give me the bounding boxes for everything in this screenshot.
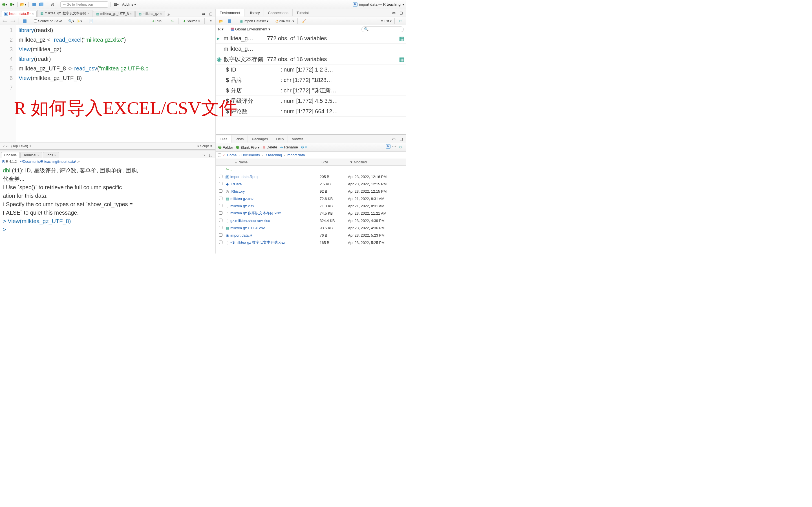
outline-icon[interactable]: ≡ bbox=[207, 18, 214, 24]
goto-search[interactable]: ↪ Go to file/function bbox=[60, 1, 108, 8]
wand-icon[interactable]: ✨▾ bbox=[76, 18, 82, 24]
env-variable-row[interactable]: milktea_g… bbox=[216, 44, 406, 54]
env-variable-row[interactable]: ◉数字以文本存储772 obs. of 16 variables▦ bbox=[216, 54, 406, 64]
file-checkbox[interactable] bbox=[219, 233, 222, 237]
breadcrumb-item[interactable]: Home bbox=[227, 153, 237, 157]
refresh-icon[interactable]: ⟳ bbox=[398, 144, 404, 151]
rerun-icon[interactable]: ↪ bbox=[169, 18, 175, 24]
col-name[interactable]: Name bbox=[239, 160, 248, 164]
list-view-toggle[interactable]: ≡ List ▾ bbox=[381, 19, 392, 23]
maximize-icon[interactable]: ▢ bbox=[398, 136, 404, 142]
back-icon[interactable]: ⟵ bbox=[2, 18, 8, 24]
file-checkbox[interactable] bbox=[219, 240, 222, 244]
select-all-checkbox[interactable] bbox=[218, 154, 221, 157]
wd-arrow-icon[interactable]: ⇗ bbox=[77, 160, 80, 164]
minimize-icon[interactable]: ▭ bbox=[391, 136, 397, 142]
source-tab[interactable]: ▦ milktea_gz × bbox=[135, 11, 165, 17]
rename-button[interactable]: ➜ Rename bbox=[280, 145, 298, 149]
file-row[interactable]: ◆.RData2.5 KBApr 23, 2022, 12:15 PM bbox=[216, 180, 406, 187]
report-icon[interactable]: 📄 bbox=[88, 18, 94, 24]
print-icon[interactable]: 🖨 bbox=[49, 1, 56, 8]
console-tab[interactable]: Jobs × bbox=[43, 152, 59, 158]
memory-gauge[interactable]: ◔204 MiB ▾ bbox=[275, 19, 294, 23]
env-variable-row[interactable]: ▸milktea_g…772 obs. of 16 variables▦ bbox=[216, 33, 406, 44]
new-file-icon[interactable]: ⊕▾ bbox=[2, 1, 8, 8]
maximize-icon[interactable]: ▢ bbox=[207, 152, 214, 158]
env-tab[interactable]: Environment bbox=[216, 9, 245, 17]
broom-icon[interactable]: 🧹 bbox=[301, 18, 307, 24]
file-row[interactable]: ▦milktea gz UTF-8.csv93.5 KBApr 23, 2022… bbox=[216, 224, 406, 231]
grid-icon[interactable]: ▦▾ bbox=[113, 1, 119, 8]
file-row[interactable]: ▯~$milktea gz 数字以文本存储.xlsx165 BApr 23, 2… bbox=[216, 239, 406, 246]
file-checkbox[interactable] bbox=[219, 196, 222, 200]
rproj-icon[interactable]: R bbox=[386, 144, 391, 149]
minimize-icon[interactable]: ▭ bbox=[391, 10, 397, 16]
file-row[interactable]: ▯milktea gz 数字以文本存储.xlsx74.5 KBApr 23, 2… bbox=[216, 210, 406, 217]
blank-file-button[interactable]: ⊕ Blank File ▾ bbox=[236, 145, 259, 150]
find-icon[interactable]: 🔍▾ bbox=[68, 18, 74, 24]
file-checkbox[interactable] bbox=[219, 226, 222, 229]
files-more-icon[interactable]: ⋯ bbox=[392, 144, 396, 151]
new-folder-button[interactable]: ⊕ Folder bbox=[218, 145, 233, 150]
source-tab[interactable]: ▦ milktea_gz_UTF_8 × bbox=[93, 11, 135, 17]
console-tab[interactable]: Terminal × bbox=[20, 152, 42, 158]
file-checkbox[interactable] bbox=[219, 204, 222, 207]
file-checkbox[interactable] bbox=[219, 189, 222, 193]
source-tab[interactable]: R import data.R* × bbox=[1, 11, 37, 17]
breadcrumb-item[interactable]: Documents bbox=[241, 153, 260, 157]
file-row[interactable]: ▯milktea gz.xlsx71.3 KBApr 21, 2022, 8:3… bbox=[216, 202, 406, 210]
files-tab[interactable]: Viewer bbox=[288, 135, 307, 143]
col-size[interactable]: Size bbox=[321, 160, 350, 164]
file-row[interactable]: ◷.Rhistory92 BApr 23, 2022, 12:15 PM bbox=[216, 187, 406, 195]
breadcrumb-item[interactable]: import data bbox=[287, 153, 305, 157]
file-row[interactable]: ▦milktea gz.csv72.6 KBApr 21, 2022, 8:31… bbox=[216, 195, 406, 202]
run-button[interactable]: ➔Run bbox=[150, 18, 163, 24]
minimize-icon[interactable]: ▭ bbox=[200, 152, 206, 158]
file-row[interactable]: Rimport data.Rproj205 BApr 23, 2022, 12:… bbox=[216, 173, 406, 180]
load-workspace-icon[interactable]: 📂 bbox=[218, 18, 224, 24]
import-dataset-menu[interactable]: ▦Import Dataset ▾ bbox=[240, 19, 268, 23]
working-dir[interactable]: ~/Documents/R teaching/import data/ bbox=[20, 160, 76, 164]
project-selector[interactable]: R import data — R teaching ▾ bbox=[353, 2, 404, 7]
file-checkbox[interactable] bbox=[219, 182, 222, 185]
file-row[interactable]: ▯gz.milktea.shop raw.xlsx324.4 KBApr 23,… bbox=[216, 217, 406, 224]
console-tab[interactable]: Console bbox=[1, 152, 20, 158]
save-all-icon[interactable] bbox=[38, 1, 45, 8]
maximize-icon[interactable]: ▢ bbox=[398, 10, 404, 16]
files-tab[interactable]: Help bbox=[272, 135, 288, 143]
env-tab[interactable]: Tutorial bbox=[293, 9, 313, 16]
source-button[interactable]: ⬇Source ▾ bbox=[181, 18, 202, 24]
console-output[interactable]: dbl (11): ID, 星级评分, 评论数, 客单价, 团购单价, 团购, … bbox=[0, 165, 215, 253]
file-checkbox[interactable] bbox=[219, 175, 222, 178]
scope-selector[interactable]: (Top Level) ⇕ bbox=[11, 144, 32, 148]
file-checkbox[interactable] bbox=[219, 211, 222, 215]
save-source-icon[interactable] bbox=[22, 18, 28, 24]
source-tab[interactable]: ▦ milktea_gz_数字以文本存储 × bbox=[37, 10, 92, 17]
code-editor[interactable]: 1234567 library(readxl)milktea_gz <- rea… bbox=[0, 25, 215, 143]
refresh-icon[interactable]: ⟳ bbox=[398, 18, 404, 24]
source-on-save-checkbox[interactable]: Source on Save bbox=[34, 19, 62, 23]
forward-icon[interactable]: ⟶ bbox=[10, 18, 16, 24]
breadcrumb-item[interactable]: R teaching bbox=[264, 153, 282, 157]
file-checkbox[interactable] bbox=[219, 219, 222, 222]
file-row[interactable]: ◉import data.R76 BApr 23, 2022, 5:23 PM bbox=[216, 231, 406, 239]
new-project-icon[interactable]: ⬢▾ bbox=[9, 1, 15, 8]
more-gear-icon[interactable]: ⚙ ▾ bbox=[301, 145, 307, 149]
open-file-icon[interactable]: 📂▾ bbox=[20, 1, 26, 8]
env-tab[interactable]: Connections bbox=[264, 9, 292, 16]
file-up-row[interactable]: ⬑.. bbox=[216, 166, 406, 173]
home-icon[interactable]: ⌂ bbox=[223, 153, 225, 157]
minimize-icon[interactable]: ▭ bbox=[200, 10, 206, 17]
save-icon[interactable] bbox=[31, 1, 37, 8]
addins-menu[interactable]: Addins ▾ bbox=[120, 2, 138, 6]
files-tab[interactable]: Files bbox=[216, 135, 232, 143]
files-tab[interactable]: Packages bbox=[248, 135, 272, 143]
language-selector[interactable]: R Script ⇕ bbox=[197, 144, 213, 148]
save-workspace-icon[interactable] bbox=[226, 18, 233, 24]
files-tab[interactable]: Plots bbox=[232, 135, 248, 143]
env-tab[interactable]: History bbox=[245, 9, 264, 16]
col-modified[interactable]: Modified bbox=[354, 160, 366, 164]
more-tabs-icon[interactable]: ≫ bbox=[165, 12, 172, 17]
env-lang-selector[interactable]: R ▾ bbox=[218, 27, 223, 31]
delete-button[interactable]: ⊖ Delete bbox=[262, 145, 277, 149]
